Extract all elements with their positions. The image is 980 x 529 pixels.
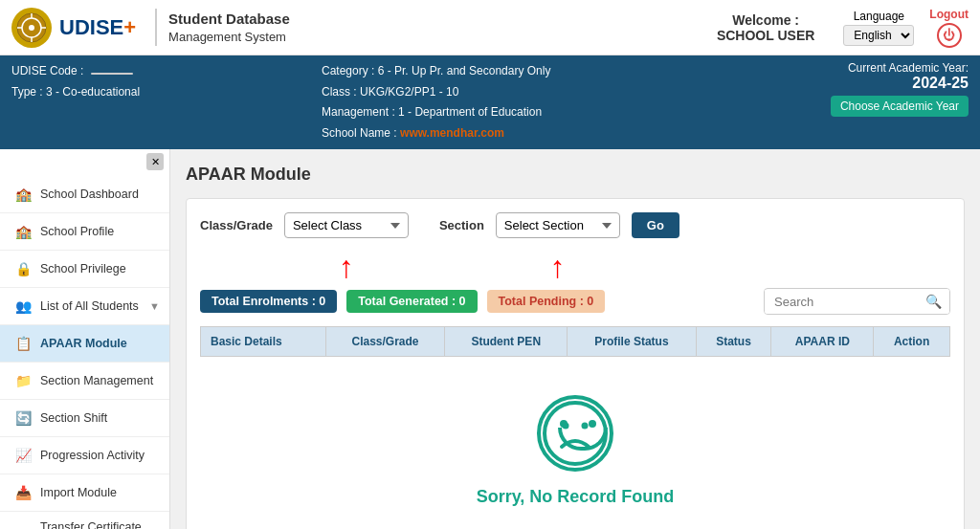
- svg-point-7: [545, 403, 606, 464]
- sidebar-item-school-dashboard[interactable]: 🏫 School Dashboard: [0, 176, 169, 213]
- main-content: APAAR Module Class/Grade Select Class ↑ …: [170, 149, 980, 529]
- logout-link[interactable]: Logout: [929, 8, 969, 21]
- section-management-icon: 📁: [13, 371, 33, 390]
- school-profile-icon: 🏫: [13, 222, 33, 241]
- class-label: Class : UKG/KG2/PP1 - 10: [322, 82, 758, 103]
- sidebar-item-label: Transfer Certificate Module / Mark Dropo…: [40, 520, 160, 529]
- empty-state: Sorry, No Record Found: [201, 357, 950, 526]
- choose-year-button[interactable]: Choose Academic Year: [831, 96, 969, 117]
- sidebar-item-label: Section Management: [40, 374, 153, 387]
- logo-text: UDISE+: [59, 15, 136, 40]
- academic-year-label: Current Academic Year:: [777, 61, 969, 75]
- stats-row: Total Enrolments : 0 Total Generated : 0…: [200, 288, 950, 315]
- sidebar-item-label: School Privilege: [40, 262, 126, 276]
- app-title: Student Database Management System: [155, 9, 290, 46]
- sidebar: ✕ 🏫 School Dashboard 🏫 School Profile 🔒 …: [0, 149, 170, 529]
- sidebar-item-list-all-students[interactable]: 👥 List of All Students ▼: [0, 288, 169, 325]
- udise-code-val: [91, 73, 133, 75]
- sad-face-icon: [537, 395, 613, 472]
- sidebar-item-school-profile[interactable]: 🏫 School Profile: [0, 213, 169, 251]
- search-icon-button[interactable]: 🔍: [918, 289, 949, 314]
- sidebar-item-label: School Profile: [40, 225, 114, 238]
- school-dashboard-icon: 🏫: [13, 185, 33, 204]
- data-table: Basic Details Class/Grade Student PEN Pr…: [200, 326, 950, 526]
- welcome-text: Welcome : SCHOOL USER: [717, 12, 814, 43]
- sidebar-item-label: List of All Students: [40, 299, 139, 313]
- arrow-section-icon: ↑: [550, 252, 566, 282]
- chevron-icon: ▼: [149, 300, 160, 312]
- total-pending-badge: Total Pending : 0: [487, 290, 606, 313]
- class-grade-label: Class/Grade: [200, 218, 273, 232]
- svg-point-8: [563, 423, 569, 430]
- sidebar-item-label: School Dashboard: [40, 187, 139, 201]
- go-button[interactable]: Go: [632, 212, 679, 238]
- col-apaar-id: APAAR ID: [771, 327, 874, 357]
- list-students-icon: 👥: [13, 297, 33, 316]
- language-dropdown[interactable]: English: [843, 25, 914, 46]
- col-status: Status: [696, 327, 771, 357]
- table-header-row: Basic Details Class/Grade Student PEN Pr…: [201, 327, 950, 357]
- school-name-val: www.mendhar.com: [400, 126, 504, 140]
- col-student-pen: Student PEN: [445, 327, 568, 357]
- apaar-panel: Class/Grade Select Class ↑ Section Selec…: [186, 198, 965, 529]
- sidebar-item-label: Import Module: [40, 486, 117, 499]
- school-privilege-icon: 🔒: [13, 259, 33, 278]
- empty-state-text: Sorry, No Record Found: [477, 487, 675, 507]
- progression-activity-icon: 📈: [13, 446, 33, 465]
- arrow-class-icon: ↑: [339, 252, 354, 282]
- svg-point-9: [582, 423, 589, 430]
- sidebar-item-label: Progression Activity: [40, 449, 145, 462]
- sidebar-close-button[interactable]: ✕: [146, 153, 164, 170]
- sidebar-item-label: Section Shift: [40, 411, 107, 425]
- page-title: APAAR Module: [186, 165, 965, 185]
- header: UDISE+ Student Database Management Syste…: [0, 0, 980, 55]
- empty-row: Sorry, No Record Found: [201, 357, 950, 527]
- search-box: 🔍: [764, 288, 950, 315]
- sidebar-item-apaar-module[interactable]: 📋 APAAR Module: [0, 325, 169, 363]
- search-input[interactable]: [765, 290, 918, 314]
- sidebar-item-section-shift[interactable]: 🔄 Section Shift: [0, 400, 169, 437]
- emblem-icon: [11, 8, 52, 48]
- logo-area: UDISE+: [11, 8, 136, 48]
- filter-row: Class/Grade Select Class ↑ Section Selec…: [200, 212, 950, 238]
- info-bar-left: UDISE Code : Type : 3 - Co-educational: [11, 61, 302, 143]
- info-bar-center: Category : 6 - Pr. Up Pr. and Secondary …: [322, 61, 758, 143]
- layout: ✕ 🏫 School Dashboard 🏫 School Profile 🔒 …: [0, 149, 980, 529]
- col-action: Action: [874, 327, 950, 357]
- language-selector[interactable]: Language English: [843, 10, 914, 46]
- type-label: Type : 3 - Co-educational: [11, 82, 302, 103]
- col-class-grade: Class/Grade: [325, 327, 444, 357]
- info-bar-right: Current Academic Year: 2024-25 Choose Ac…: [777, 61, 969, 143]
- class-grade-select[interactable]: Select Class: [284, 212, 409, 238]
- section-label: Section: [439, 218, 484, 232]
- sidebar-item-section-management[interactable]: 📁 Section Management: [0, 363, 169, 400]
- academic-year-val: 2024-25: [777, 75, 969, 92]
- apaar-module-icon: 📋: [13, 334, 33, 353]
- section-select[interactable]: Select Section: [496, 212, 620, 238]
- svg-point-2: [29, 25, 34, 31]
- sidebar-item-progression-activity[interactable]: 📈 Progression Activity: [0, 437, 169, 474]
- category-label: Category : 6 - Pr. Up Pr. and Secondary …: [322, 61, 758, 82]
- sidebar-item-label: APAAR Module: [40, 337, 127, 350]
- sidebar-item-school-privilege[interactable]: 🔒 School Privilege: [0, 251, 169, 288]
- col-basic-details: Basic Details: [201, 327, 326, 357]
- logout-icon: ⏻: [937, 23, 962, 48]
- total-enrolments-badge: Total Enrolments : 0: [200, 290, 337, 313]
- management-label: Management : 1 - Department of Education: [322, 105, 542, 119]
- logout-area: Logout ⏻: [929, 8, 969, 48]
- col-profile-status: Profile Status: [568, 327, 696, 357]
- sidebar-item-import-module[interactable]: 📥 Import Module: [0, 474, 169, 512]
- sidebar-item-transfer-certificate[interactable]: 📄 Transfer Certificate Module / Mark Dro…: [0, 512, 169, 529]
- info-bar: UDISE Code : Type : 3 - Co-educational C…: [0, 55, 980, 149]
- section-shift-icon: 🔄: [13, 408, 33, 428]
- total-generated-badge: Total Generated : 0: [346, 290, 477, 313]
- school-name-label: School Name :: [322, 126, 397, 140]
- import-module-icon: 📥: [13, 483, 33, 502]
